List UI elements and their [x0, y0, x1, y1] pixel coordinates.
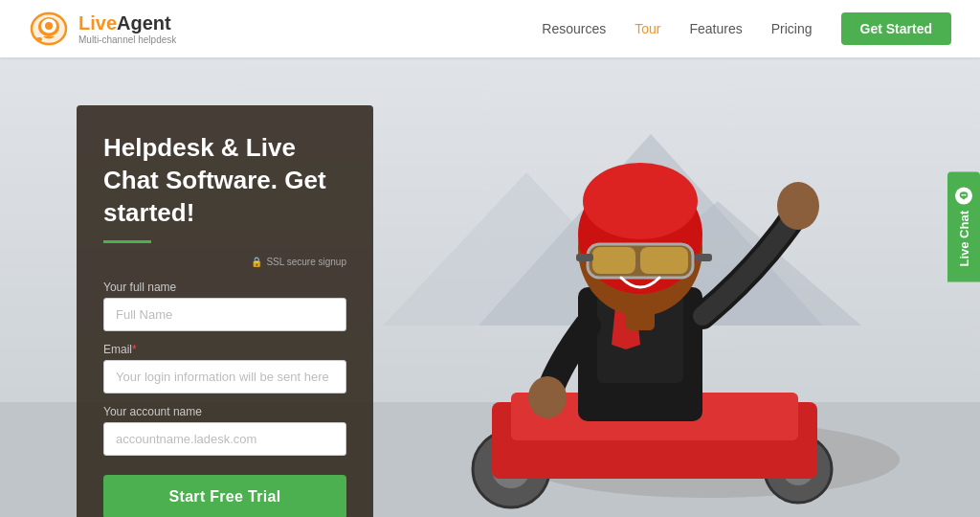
email-input[interactable] [103, 360, 346, 393]
svg-rect-5 [36, 37, 42, 41]
email-group: Email* [103, 343, 346, 393]
live-chat-icon [955, 188, 972, 205]
main-nav: Resources Tour Features Pricing Get Star… [542, 12, 951, 45]
svg-rect-29 [592, 247, 635, 274]
full-name-group: Your full name [103, 281, 346, 331]
logo[interactable]: LiveAgent Multi-channel helpdesk [29, 11, 176, 47]
nav-pricing[interactable]: Pricing [771, 21, 813, 36]
svg-rect-30 [640, 247, 688, 274]
svg-rect-32 [695, 254, 712, 261]
account-name-input[interactable] [103, 422, 346, 456]
svg-point-34 [528, 376, 567, 418]
hero-section: Helpdesk & Live Chat Software. Get start… [0, 57, 980, 517]
nav-features[interactable]: Features [689, 21, 742, 36]
ssl-label: SSL secure signup [266, 257, 346, 267]
account-name-label: Your account name [103, 405, 346, 418]
svg-point-27 [583, 163, 698, 239]
logo-icon [29, 11, 69, 47]
svg-point-4 [45, 22, 53, 30]
nav-tour[interactable]: Tour [635, 21, 660, 36]
email-label: Email* [103, 343, 346, 356]
required-marker: * [132, 343, 137, 356]
nav-resources[interactable]: Resources [542, 21, 606, 36]
logo-tagline: Multi-channel helpdesk [78, 34, 176, 46]
accent-line [103, 240, 151, 243]
svg-marker-37 [961, 198, 966, 201]
svg-rect-31 [576, 254, 593, 261]
full-name-input[interactable] [103, 298, 346, 331]
live-chat-tab[interactable]: Live Chat [947, 172, 980, 282]
account-name-group: Your account name [103, 405, 346, 456]
start-trial-button[interactable]: Start Free Trial [103, 475, 346, 517]
live-chat-label: Live Chat [957, 211, 971, 267]
svg-rect-35 [626, 306, 655, 330]
signup-form-panel: Helpdesk & Live Chat Software. Get start… [77, 105, 373, 517]
lock-icon: 🔒 [251, 257, 262, 267]
get-started-button[interactable]: Get Started [841, 12, 951, 45]
site-header: LiveAgent Multi-channel helpdesk Resourc… [0, 0, 980, 57]
full-name-label: Your full name [103, 281, 346, 294]
ssl-badge: 🔒 SSL secure signup [103, 257, 346, 267]
hero-headline: Helpdesk & Live Chat Software. Get start… [103, 132, 346, 229]
logo-text: LiveAgent Multi-channel helpdesk [78, 11, 176, 46]
svg-point-33 [777, 182, 819, 230]
logo-brand: LiveAgent [78, 11, 176, 34]
